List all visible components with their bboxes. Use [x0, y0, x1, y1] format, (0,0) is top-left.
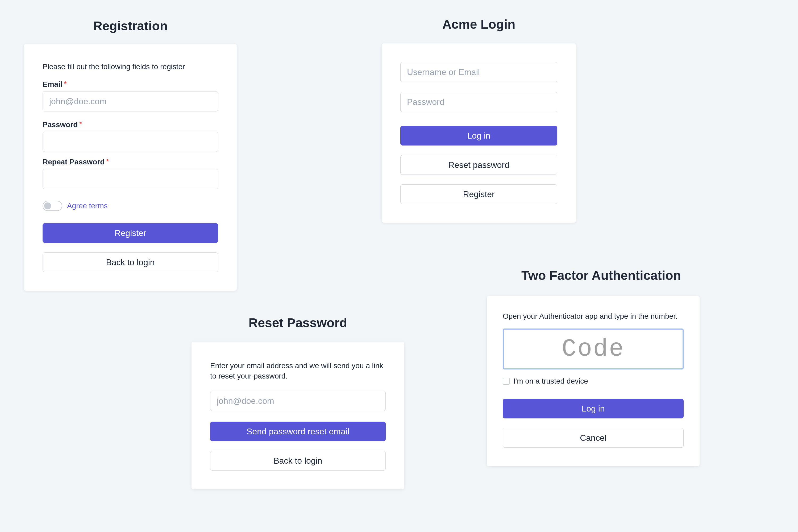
- login-card: Log in Reset password Register: [382, 43, 576, 223]
- code-field[interactable]: [503, 328, 684, 369]
- back-to-login-button[interactable]: Back to login: [210, 451, 386, 471]
- username-field[interactable]: [400, 62, 557, 82]
- email-label: Email: [42, 80, 218, 89]
- login-section: Acme Login Log in Reset password Registe…: [373, 17, 585, 223]
- send-reset-email-button[interactable]: Send password reset email: [210, 422, 386, 441]
- reset-password-card: Enter your email address and we will sen…: [191, 342, 404, 489]
- register-button[interactable]: Register: [42, 223, 218, 243]
- agree-terms-toggle[interactable]: [42, 201, 62, 211]
- trusted-device-label[interactable]: I'm on a trusted device: [513, 377, 588, 385]
- login-button[interactable]: Log in: [400, 126, 557, 146]
- two-factor-section: Two Factor Authentication Open your Auth…: [487, 268, 700, 466]
- two-factor-title: Two Factor Authentication: [521, 268, 700, 283]
- registration-instruction: Please fill out the following fields to …: [42, 62, 218, 71]
- cancel-button[interactable]: Cancel: [503, 428, 684, 448]
- reset-password-title: Reset Password: [191, 316, 404, 330]
- reset-instruction: Enter your email address and we will sen…: [210, 360, 386, 381]
- registration-section: Registration Please fill out the followi…: [24, 19, 237, 291]
- toggle-knob-icon: [44, 203, 51, 209]
- agree-terms-label[interactable]: Agree terms: [67, 202, 108, 210]
- two-factor-card: Open your Authenticator app and type in …: [487, 296, 700, 466]
- registration-title: Registration: [24, 19, 237, 33]
- password-label: Password: [42, 120, 218, 129]
- email-field[interactable]: [42, 91, 218, 111]
- reset-password-section: Reset Password Enter your email address …: [191, 316, 404, 489]
- login-button[interactable]: Log in: [503, 399, 684, 418]
- password-field[interactable]: [400, 92, 557, 112]
- password-field[interactable]: [42, 132, 218, 152]
- registration-card: Please fill out the following fields to …: [24, 44, 237, 291]
- back-to-login-button[interactable]: Back to login: [42, 252, 218, 272]
- reset-password-button[interactable]: Reset password: [400, 155, 557, 175]
- repeat-password-label: Repeat Password: [42, 158, 218, 166]
- login-title: Acme Login: [373, 17, 585, 32]
- register-button[interactable]: Register: [400, 184, 557, 204]
- two-factor-instruction: Open your Authenticator app and type in …: [503, 312, 684, 321]
- repeat-password-field[interactable]: [42, 169, 218, 189]
- trusted-device-checkbox[interactable]: [503, 378, 510, 385]
- reset-email-field[interactable]: [210, 391, 386, 411]
